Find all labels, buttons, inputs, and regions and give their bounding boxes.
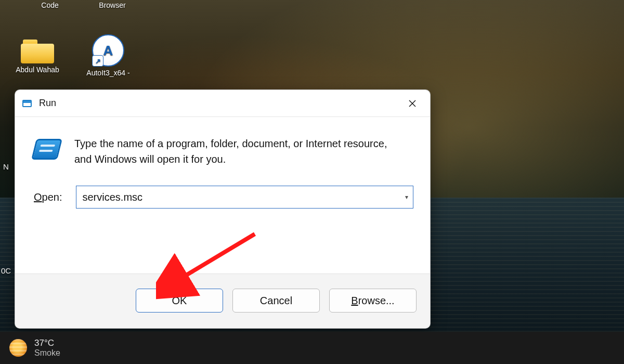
autoit-icon: A ↗ <box>92 34 124 67</box>
edge-fragment: 0C <box>1 266 11 275</box>
folder-icon <box>21 40 54 63</box>
open-label: Open: <box>34 191 62 203</box>
close-button[interactable] <box>402 93 423 114</box>
desktop-icon-autoit[interactable]: A ↗ AutoIt3_x64 - <box>77 34 139 77</box>
browse-button[interactable]: Browse... <box>329 289 417 313</box>
shortcut-overlay-icon: ↗ <box>92 55 103 67</box>
desktop-icon-code[interactable]: Code <box>19 0 81 9</box>
run-icon <box>31 139 62 160</box>
taskbar[interactable]: 37°C Smoke <box>0 332 624 364</box>
desktop-icon-label: AutoIt3_x64 - <box>86 69 129 77</box>
weather-condition: Smoke <box>34 348 60 358</box>
ok-button[interactable]: OK <box>136 289 223 313</box>
cancel-button[interactable]: Cancel <box>232 289 320 313</box>
dialog-button-row: OK Cancel Browse... <box>15 274 430 328</box>
weather-icon <box>9 339 27 357</box>
open-input[interactable] <box>76 186 414 209</box>
window-title: Run <box>39 98 56 109</box>
desktop: Code Browser Abdul Wahab A ↗ AutoIt3_x64… <box>0 0 624 364</box>
desktop-icon-browser[interactable]: Browser <box>81 0 144 9</box>
dialog-description: Type the name of a program, folder, docu… <box>74 136 407 167</box>
desktop-icon-label: Abdul Wahab <box>16 66 59 74</box>
open-combobox[interactable]: ▾ <box>76 186 414 209</box>
desktop-icon-label: Code <box>41 1 58 9</box>
close-icon <box>408 99 417 108</box>
weather-temperature: 37°C <box>34 338 60 348</box>
weather-widget[interactable]: 37°C Smoke <box>34 338 60 358</box>
desktop-icon-label: Browser <box>99 1 125 9</box>
open-row: Open: ▾ <box>15 172 430 209</box>
titlebar[interactable]: Run <box>15 90 430 117</box>
dialog-body: Type the name of a program, folder, docu… <box>15 117 430 172</box>
run-dialog: Run Type the name of a program, folder, … <box>15 89 431 329</box>
edge-fragment: N <box>3 162 9 171</box>
desktop-icon-folder-abdul[interactable]: Abdul Wahab <box>6 40 69 74</box>
run-title-icon <box>22 100 32 107</box>
